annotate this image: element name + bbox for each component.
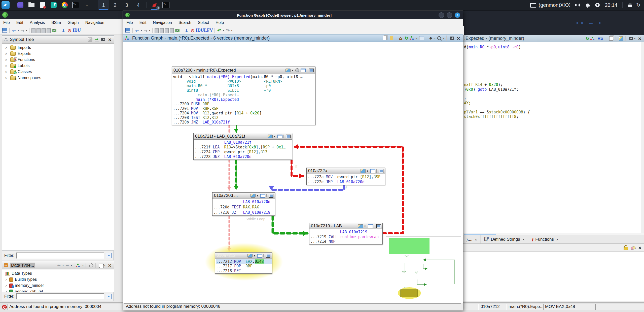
fg-menu-file[interactable]: File <box>123 20 136 25</box>
symbol-tree-item-labels[interactable]: >Labels <box>2 63 114 69</box>
close-icon[interactable]: × <box>638 36 641 41</box>
home-icon[interactable]: ⌂ <box>398 35 404 41</box>
clipboard-icon[interactable] <box>170 28 174 33</box>
edit-icon[interactable] <box>619 36 623 41</box>
edit-icon[interactable] <box>251 194 256 198</box>
graph-dots-icon[interactable] <box>76 264 80 267</box>
expand-chevron-icon[interactable]: > <box>5 284 9 288</box>
undo-icon[interactable]: ↶ <box>216 27 222 34</box>
data-type-item-memory_minder[interactable]: >memory_minder <box>2 283 114 289</box>
windows-icon[interactable] <box>99 264 103 267</box>
close-icon[interactable]: × <box>456 36 460 41</box>
console-header[interactable]: × <box>463 243 644 252</box>
toolbar-v-button[interactable]: V <box>210 28 213 33</box>
graph-node-010a720d[interactable]: 010a720d ...▾ LAB_010a720d...720d TEST R… <box>212 192 275 216</box>
filter-icon[interactable]: » <box>106 294 112 299</box>
edit-icon[interactable] <box>247 254 253 258</box>
menu-navigation[interactable]: Navigation <box>82 20 108 25</box>
symbol-tree-item-classes[interactable]: >Classes <box>2 69 114 75</box>
expand-chevron-icon[interactable]: > <box>5 52 9 56</box>
clipboard-icon[interactable] <box>31 28 35 33</box>
eraser-icon[interactable] <box>630 246 636 250</box>
magnifier-icon[interactable] <box>437 36 441 40</box>
edit-icon[interactable] <box>361 169 366 173</box>
sel-icon[interactable] <box>379 169 383 173</box>
clear-icon[interactable]: ⊘ <box>66 27 73 34</box>
close-icon[interactable]: × <box>638 245 642 250</box>
expand-chevron-icon[interactable]: > <box>5 70 9 74</box>
clipboard-icon[interactable] <box>42 28 46 33</box>
symbol-tree-item-functions[interactable]: >Functions <box>2 57 114 63</box>
toolbar-d-button[interactable]: D <box>74 28 78 33</box>
lock-icon[interactable] <box>624 247 628 250</box>
symbol-tree-header[interactable]: Symbol Tree → × <box>2 36 114 44</box>
close-icon[interactable]: × <box>108 263 112 268</box>
drop-icon[interactable]: ▾ <box>257 194 259 197</box>
gear-icon[interactable] <box>89 263 93 268</box>
readonly-button[interactable]: Ro <box>597 36 603 41</box>
tray-window-icon[interactable] <box>530 3 536 8</box>
edit-icon[interactable] <box>358 224 363 228</box>
toolbar-d-button[interactable]: D <box>197 28 201 33</box>
decompiler-header[interactable]: .Expected - (memory_minder) ↻ Ro ▾ × <box>463 35 644 42</box>
workspace-2[interactable]: 2 <box>109 0 121 10</box>
file-manager-icon[interactable] <box>28 1 35 9</box>
workspace-4[interactable]: 4 <box>132 0 144 10</box>
filter-input[interactable] <box>16 253 104 259</box>
graph-node-010a722a[interactable]: 010a722a▾...722a MOV qword ptr [R12],RSP… <box>306 168 385 185</box>
graph-node-010a7219[interactable]: 010a7219 - LAB...▾ LAB_010a7219...7219 C… <box>309 223 383 244</box>
fg-menu-help[interactable]: Help <box>212 20 227 25</box>
jump-down-icon[interactable]: ↓ <box>60 27 66 34</box>
drop-icon[interactable]: ▾ <box>254 254 256 257</box>
node-header[interactable]: 010a721f - LAB_010a721f▾ <box>194 133 292 140</box>
save-icon[interactable] <box>2 28 7 33</box>
node-header[interactable]: 010a7212▾ <box>215 253 272 259</box>
win-icon[interactable] <box>368 224 373 228</box>
win-icon[interactable] <box>277 135 282 138</box>
edit-icon[interactable] <box>268 135 273 138</box>
bolt-app-icon[interactable] <box>50 1 57 9</box>
data-type-manager-header[interactable]: DT Data Type... ←▾ →▾ ▾ ▾ × <box>2 261 114 269</box>
node-header[interactable]: 010a7200 - main.(*R0).Expected▾ <box>172 67 315 74</box>
notifications-bell-icon[interactable] <box>586 4 590 7</box>
graph-node-010a7200[interactable]: 010a7200 - main.(*R0).Expected▾void __st… <box>172 67 315 125</box>
chrome-icon[interactable] <box>61 1 68 9</box>
toolbar-u-button[interactable]: U <box>201 28 204 33</box>
expand-chevron-icon[interactable]: > <box>5 58 9 62</box>
data-type-item-generic_clib_64[interactable]: >generic_clib_64 <box>2 289 114 292</box>
satellite-view[interactable] <box>386 236 461 302</box>
clear-icon[interactable]: ⊘ <box>190 27 196 34</box>
filter-input[interactable] <box>16 293 104 299</box>
document-icon[interactable] <box>39 1 46 9</box>
win-icon[interactable] <box>370 169 375 173</box>
drop-icon[interactable]: ▾ <box>367 169 369 173</box>
clipboard-icon[interactable] <box>47 28 51 33</box>
globe-icon[interactable] <box>295 68 299 72</box>
back-icon[interactable]: ← <box>11 27 17 34</box>
menu-file[interactable]: File <box>0 20 13 25</box>
fg-menu-search[interactable]: Search <box>175 20 195 25</box>
copy-icon[interactable] <box>609 36 613 41</box>
save-icon[interactable] <box>125 28 130 33</box>
graph-dots-icon[interactable] <box>590 37 594 40</box>
drop-icon[interactable]: ▾ <box>274 135 276 138</box>
camera-icon[interactable] <box>450 37 454 40</box>
paste-icon[interactable] <box>390 36 393 40</box>
layout-grid-icon[interactable] <box>419 36 424 40</box>
win-icon[interactable] <box>257 254 262 258</box>
back-icon[interactable]: ← <box>56 262 62 269</box>
kali-menu-icon[interactable] <box>2 1 10 9</box>
close-icon[interactable]: × <box>523 238 525 241</box>
layout-dots-icon[interactable] <box>410 36 414 40</box>
copy-icon[interactable] <box>383 36 387 40</box>
lock-icon[interactable] <box>628 5 632 7</box>
tab--[interactable]: )....× <box>463 235 481 244</box>
chevron-down-icon[interactable]: ⌄ <box>83 1 91 9</box>
sel-icon[interactable] <box>286 135 291 138</box>
menu-edit[interactable]: Edit <box>13 20 27 25</box>
workspace-1[interactable]: 1 <box>98 0 109 10</box>
maximize-button[interactable] <box>447 12 452 18</box>
expand-chevron-icon[interactable]: > <box>5 46 9 50</box>
jump-down-icon[interactable]: ↓ <box>184 27 190 34</box>
camera-icon[interactable] <box>101 38 105 41</box>
